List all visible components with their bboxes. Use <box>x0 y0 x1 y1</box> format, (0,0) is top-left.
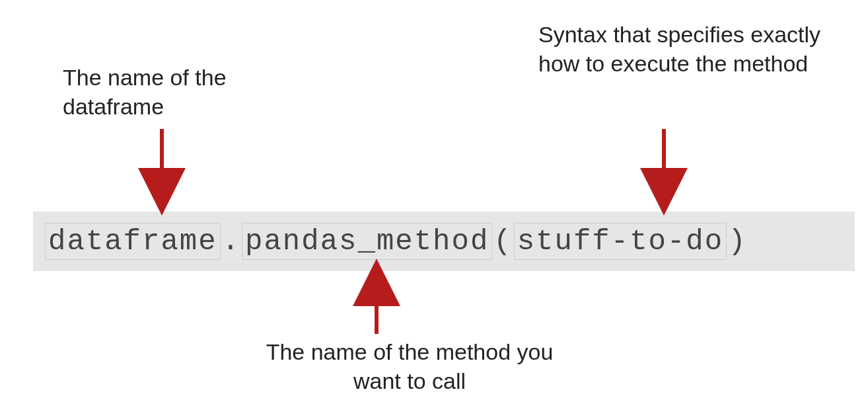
label-dataframe-name: The name of the dataframe <box>63 63 274 121</box>
code-paren-open: ( <box>492 225 513 258</box>
code-args: stuff-to-do <box>514 223 727 260</box>
code-method: pandas_method <box>242 223 492 260</box>
arrow-up-icon <box>367 274 386 334</box>
label-syntax-spec: Syntax that specifies exactly how to exe… <box>538 20 822 78</box>
code-bar: dataframe . pandas_method ( stuff-to-do … <box>33 212 855 271</box>
code-expression: dataframe . pandas_method ( stuff-to-do … <box>45 223 748 260</box>
arrow-down-left-icon <box>152 129 172 202</box>
code-dataframe: dataframe <box>45 223 221 260</box>
code-paren-close: ) <box>727 225 748 258</box>
diagram-container: The name of the dataframe Syntax that sp… <box>0 0 868 406</box>
arrow-down-right-icon <box>654 129 674 202</box>
label-method-name: The name of the method you want to call <box>251 337 568 395</box>
code-dot: . <box>221 225 242 258</box>
